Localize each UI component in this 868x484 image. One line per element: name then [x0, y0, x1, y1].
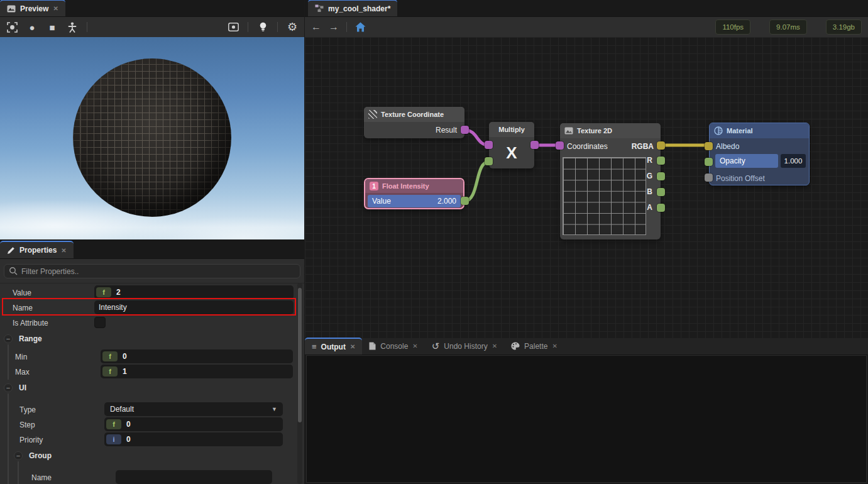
priority-field[interactable]: i 0 — [104, 432, 283, 446]
node-title: Texture 2D — [577, 127, 612, 135]
port-multiply-output[interactable] — [530, 141, 539, 149]
port-multiply-input-a[interactable] — [485, 141, 493, 149]
tab-console-label: Console — [380, 342, 408, 351]
close-icon[interactable]: ✕ — [412, 343, 417, 349]
float-type-badge: f — [106, 419, 121, 429]
port-rgba-output[interactable] — [657, 141, 665, 150]
gear-icon[interactable]: ⚙ — [287, 21, 298, 33]
close-icon[interactable]: ✕ — [61, 247, 66, 254]
close-icon[interactable]: ✕ — [552, 343, 557, 349]
value-label: Value — [13, 289, 31, 297]
name-field[interactable]: Intensity — [94, 300, 294, 314]
forward-button[interactable]: → — [329, 22, 339, 32]
preview-viewport[interactable] — [0, 37, 304, 240]
tab-undo-history-label: Undo History — [444, 342, 487, 351]
min-label: Min — [15, 353, 27, 361]
back-button[interactable]: ← — [311, 22, 321, 32]
max-label: Max — [15, 368, 30, 377]
port-g-output[interactable] — [657, 172, 665, 180]
preview-sphere — [73, 58, 231, 217]
cube-primitive-icon[interactable]: ■ — [47, 21, 58, 33]
channel-g-label: G — [642, 172, 652, 180]
tab-preview-label: Preview — [20, 4, 48, 13]
port-b-output[interactable] — [657, 188, 665, 196]
max-field[interactable]: f 1 — [101, 365, 293, 378]
tab-output[interactable]: ≡ Output ✕ — [305, 338, 362, 355]
toolbar-separator — [346, 22, 347, 32]
port-multiply-input-b[interactable] — [485, 157, 493, 165]
max-field-value: 1 — [123, 367, 127, 376]
light-bulb-icon[interactable] — [257, 21, 268, 33]
properties-scrollbar-track[interactable] — [297, 283, 302, 484]
properties-scrollbar-thumb[interactable] — [298, 288, 302, 422]
node-material-header[interactable]: Material — [710, 123, 809, 138]
node-texture-2d[interactable]: Texture 2D Coordinates RGBA R G B A — [560, 123, 661, 239]
close-icon[interactable]: ✕ — [350, 343, 355, 350]
port-a-output[interactable] — [657, 204, 665, 212]
port-float-output[interactable] — [461, 197, 469, 205]
step-field[interactable]: f 0 — [104, 417, 283, 431]
orbit-view-icon[interactable] — [6, 21, 18, 33]
texture-preview-grid — [563, 157, 646, 235]
ui-collapse-toggle[interactable]: − — [4, 383, 13, 392]
tab-undo-history[interactable]: ↺ Undo History ✕ — [425, 338, 504, 355]
node-multiply-header[interactable]: Multiply — [489, 122, 534, 137]
is-attribute-checkbox[interactable] — [94, 317, 106, 328]
node-texture-2d-header[interactable]: Texture 2D — [560, 123, 661, 138]
tab-output-label: Output — [321, 343, 346, 351]
home-button[interactable] — [354, 21, 366, 33]
search-icon — [9, 267, 18, 276]
node-float-intensity[interactable]: 1 Float Intensity Value 2.000 — [364, 178, 464, 209]
character-primitive-icon[interactable] — [67, 21, 78, 33]
value-field[interactable]: f 2 — [94, 285, 294, 299]
min-field[interactable]: f 0 — [101, 349, 293, 363]
toolbar-separator — [87, 22, 87, 32]
tab-preview[interactable]: Preview ✕ — [0, 0, 65, 16]
float-value-row[interactable]: Value 2.000 — [368, 195, 461, 207]
group-name-field[interactable] — [116, 470, 272, 484]
tree-line — [18, 461, 19, 484]
node-graph-canvas[interactable]: Texture Coordinate Result Multiply X 1 F… — [305, 37, 868, 338]
node-multiply[interactable]: Multiply X — [489, 122, 534, 168]
memory-badge: 3.19gb — [826, 19, 862, 35]
tab-palette[interactable]: Palette ✕ — [504, 338, 564, 355]
port-coordinates-input[interactable] — [556, 141, 564, 150]
opacity-input-field[interactable]: Opacity — [715, 154, 778, 168]
position-offset-input-label: Position Offset — [710, 170, 809, 186]
properties-tabbar: Properties ✕ — [0, 240, 304, 259]
float-type-badge: f — [102, 351, 118, 361]
value-field-value: 2 — [116, 288, 121, 297]
opacity-value-field[interactable]: 1.000 — [781, 154, 806, 168]
node-float-intensity-header[interactable]: 1 Float Intensity — [365, 179, 463, 193]
tab-properties[interactable]: Properties ✕ — [0, 241, 74, 258]
node-title: Float Intensity — [382, 182, 429, 190]
tab-shader[interactable]: my_cool_shader* — [308, 0, 397, 16]
environment-icon[interactable] — [228, 21, 239, 33]
type-dropdown-value: Default — [110, 405, 134, 414]
close-icon[interactable]: ✕ — [53, 5, 58, 12]
group-collapse-toggle[interactable]: − — [14, 451, 23, 460]
preview-tabbar: Preview ✕ — [0, 0, 304, 17]
toolbar-separator — [248, 22, 248, 32]
port-result-output[interactable] — [461, 126, 469, 134]
filter-properties-input[interactable] — [4, 264, 300, 278]
properties-body: Value f 2 Name Intensity Is Attribute − … — [0, 259, 304, 484]
float-value-number: 2.000 — [437, 197, 456, 206]
tab-console[interactable]: Console ✕ — [362, 338, 424, 355]
type-dropdown[interactable]: Default ▼ — [104, 402, 283, 416]
node-texture-coordinate[interactable]: Texture Coordinate Result — [364, 107, 464, 138]
channel-r-label: R — [642, 156, 652, 165]
node-texture-coordinate-header[interactable]: Texture Coordinate — [364, 107, 464, 122]
port-position-offset-input[interactable] — [705, 173, 713, 182]
port-r-output[interactable] — [657, 157, 665, 165]
port-albedo-input[interactable] — [705, 142, 713, 150]
sphere-primitive-icon[interactable]: ● — [26, 21, 38, 33]
close-icon[interactable]: ✕ — [492, 343, 497, 349]
node-material[interactable]: Material Albedo Opacity 1.000 Position O… — [709, 123, 810, 185]
step-field-value: 0 — [126, 420, 131, 429]
range-collapse-toggle[interactable]: − — [4, 334, 13, 343]
port-opacity-input[interactable] — [705, 158, 713, 166]
output-row-result: Result — [364, 122, 464, 138]
pencil-icon — [7, 246, 15, 255]
preview-toolbar: ● ■ ⚙ — [0, 17, 304, 37]
